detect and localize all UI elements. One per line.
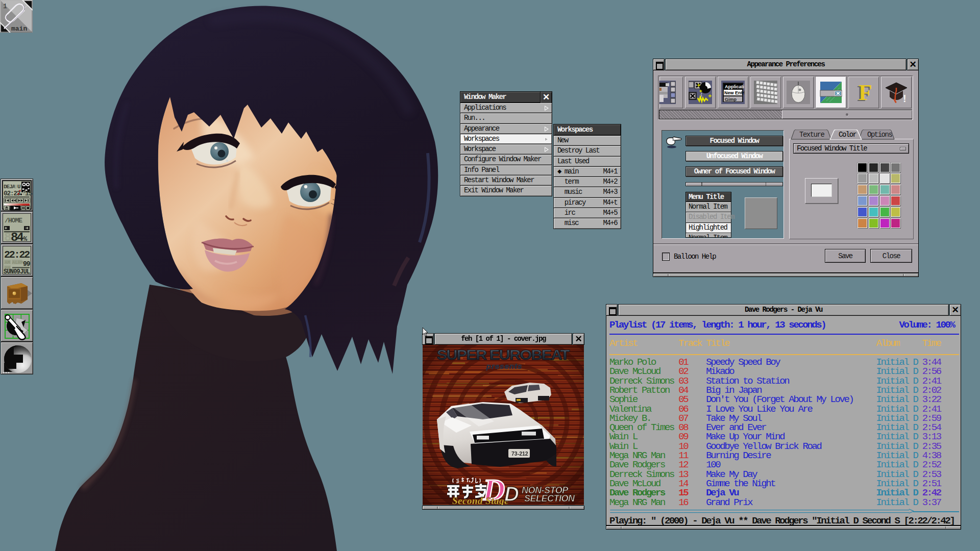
- svg-text:Texture: Texture: [799, 131, 824, 139]
- svg-text:Second Stage: Second Stage: [452, 495, 509, 505]
- svg-text:22:22: 22:22: [4, 249, 30, 261]
- svg-text:D: D: [504, 483, 519, 505]
- svg-text:SUN09JUL: SUN09JUL: [4, 268, 30, 276]
- svg-text:99: 99: [23, 260, 31, 268]
- svg-text:U: U: [17, 184, 20, 190]
- svg-text:ALRM: ALRM: [12, 260, 23, 265]
- svg-text:/HOME: /HOME: [5, 217, 22, 224]
- svg-text:%: %: [23, 236, 28, 243]
- svg-text:15: 15: [25, 190, 32, 197]
- svg-text:Color: Color: [839, 131, 857, 139]
- svg-text:73-212: 73-212: [511, 450, 528, 457]
- svg-text:New Entr‖: New Entr‖: [724, 90, 745, 95]
- svg-text:main: main: [11, 25, 27, 33]
- svg-text:Gimp: Gimp: [725, 97, 737, 102]
- svg-text:Options: Options: [867, 131, 892, 139]
- svg-text:1: 1: [3, 3, 7, 10]
- svg-text:SELECTION: SELECTION: [524, 493, 575, 504]
- svg-text:Applicati: Applicati: [725, 84, 744, 89]
- svg-text:AM: AM: [5, 260, 10, 265]
- svg-text:SUPER EUROBEAT: SUPER EUROBEAT: [437, 347, 570, 363]
- svg-text:84: 84: [11, 231, 23, 243]
- svg-text:F: F: [859, 81, 872, 104]
- svg-text:!: !: [903, 93, 906, 104]
- svg-text:presents: presents: [486, 362, 523, 370]
